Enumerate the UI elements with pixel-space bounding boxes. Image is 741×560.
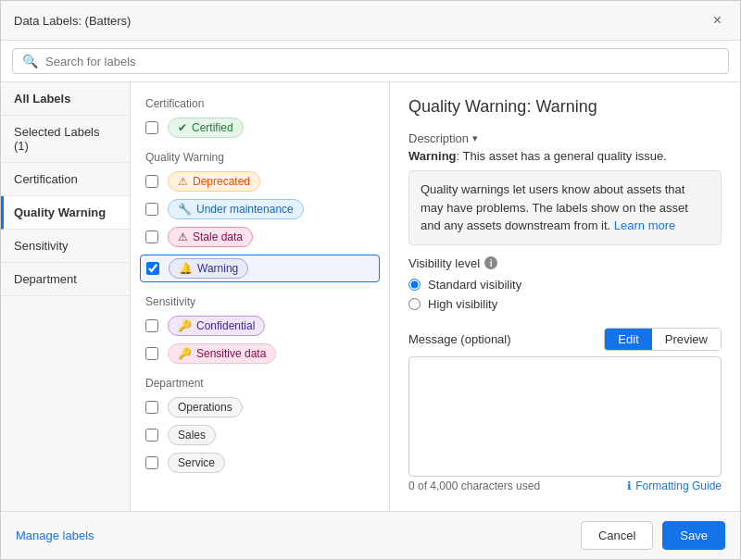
label-row-warning: 🔔 Warning xyxy=(140,255,380,282)
maintenance-icon: 🔧 xyxy=(178,203,192,216)
checkbox-confidential[interactable] xyxy=(145,319,158,332)
confidential-icon: 🔑 xyxy=(178,319,192,332)
radio-standard-visibility: Standard visibility xyxy=(408,278,722,292)
checkbox-sales[interactable] xyxy=(145,429,158,442)
edit-tab[interactable]: Edit xyxy=(605,329,651,350)
label-row-sales: Sales xyxy=(145,425,374,445)
footer-buttons: Cancel Save xyxy=(581,521,725,550)
label-row-confidential: 🔑 Confidential xyxy=(145,316,374,336)
label-row-under-maintenance: 🔧 Under maintenance xyxy=(145,199,374,219)
description-suffix: : This asset has a general quality issue… xyxy=(457,149,667,163)
description-text: Warning: This asset has a general qualit… xyxy=(408,149,722,163)
checkbox-warning[interactable] xyxy=(146,262,159,275)
maintenance-text: Under maintenance xyxy=(196,203,294,216)
label-list-panel: Certification ✔ Certified Quality Warnin… xyxy=(131,82,390,511)
formatting-guide-text: Formatting Guide xyxy=(635,479,722,492)
char-count: 0 of 4,000 characters used xyxy=(408,479,540,492)
sidebar-item-selected-labels[interactable]: Selected Labels (1) xyxy=(1,116,130,163)
sales-text: Sales xyxy=(178,429,206,442)
sidebar-item-quality-warning[interactable]: Quality Warning xyxy=(1,196,130,230)
search-icon: 🔍 xyxy=(22,54,38,68)
radio-high-visibility: High visibility xyxy=(408,297,722,311)
message-section: Message (optional) Edit Preview 0 of 4,0… xyxy=(408,328,722,492)
confidential-text: Confidential xyxy=(196,319,255,332)
badge-under-maintenance[interactable]: 🔧 Under maintenance xyxy=(168,199,304,219)
description-section: Description ▾ Warning: This asset has a … xyxy=(408,131,722,245)
checkbox-deprecated[interactable] xyxy=(145,175,158,188)
close-button[interactable]: × xyxy=(708,10,727,31)
visibility-section: Visibility level i Standard visibility H… xyxy=(408,256,722,317)
info-circle-icon: ℹ xyxy=(627,479,632,492)
checkbox-under-maintenance[interactable] xyxy=(145,203,158,216)
badge-warning[interactable]: 🔔 Warning xyxy=(169,258,248,279)
description-label: Description xyxy=(408,131,469,145)
label-row-deprecated: ⚠ Deprecated xyxy=(145,171,374,192)
visibility-title: Visibility level i xyxy=(408,256,722,270)
badge-stale-data[interactable]: ⚠ Stale data xyxy=(168,227,253,247)
label-row-sensitive-data: 🔑 Sensitive data xyxy=(145,343,374,364)
checkbox-stale-data[interactable] xyxy=(145,230,158,243)
dialog: Data Labels: (Batters) × 🔍 All Labels Se… xyxy=(0,0,741,560)
manage-labels-button[interactable]: Manage labels xyxy=(16,529,94,542)
group-title-department: Department xyxy=(145,377,374,390)
badge-deprecated[interactable]: ⚠ Deprecated xyxy=(168,171,260,192)
badge-sales[interactable]: Sales xyxy=(168,425,216,445)
sensitive-text: Sensitive data xyxy=(196,347,266,360)
search-input[interactable] xyxy=(45,55,719,68)
search-bar: 🔍 xyxy=(1,41,740,82)
warning-icon: 🔔 xyxy=(179,262,193,275)
sidebar-item-sensitivity[interactable]: Sensitivity xyxy=(1,230,130,263)
sidebar-item-department[interactable]: Department xyxy=(1,263,130,296)
dialog-footer: Manage labels Cancel Save xyxy=(1,511,740,559)
detail-panel: Quality Warning: Warning Description ▾ W… xyxy=(390,82,740,511)
cancel-button[interactable]: Cancel xyxy=(581,521,653,550)
save-button[interactable]: Save xyxy=(662,521,725,550)
radio-standard-input[interactable] xyxy=(408,279,421,291)
warning-text: Warning xyxy=(197,262,238,275)
learn-more-link[interactable]: Learn more xyxy=(614,218,675,232)
visibility-info-icon: i xyxy=(484,256,497,269)
badge-service[interactable]: Service xyxy=(168,453,225,473)
deprecated-icon: ⚠ xyxy=(178,175,188,188)
label-row-operations: Operations xyxy=(145,397,374,417)
operations-text: Operations xyxy=(178,401,232,414)
badge-sensitive-data[interactable]: 🔑 Sensitive data xyxy=(168,343,276,364)
group-title-certification: Certification xyxy=(145,97,374,110)
group-title-quality-warning: Quality Warning xyxy=(145,151,374,164)
radio-high-input[interactable] xyxy=(408,298,421,310)
chevron-down-icon: ▾ xyxy=(472,132,478,144)
dialog-header: Data Labels: (Batters) × xyxy=(1,1,740,41)
checkbox-service[interactable] xyxy=(145,456,158,469)
label-row-service: Service xyxy=(145,453,374,473)
stale-icon: ⚠ xyxy=(178,230,188,243)
edit-preview-tabs: Edit Preview xyxy=(604,328,722,351)
message-textarea[interactable] xyxy=(408,356,722,477)
certified-text: Certified xyxy=(192,121,233,134)
checkbox-certified[interactable] xyxy=(145,121,158,134)
sidebar: All Labels Selected Labels (1) Certifica… xyxy=(1,82,131,511)
dialog-title: Data Labels: (Batters) xyxy=(14,14,131,28)
label-row-certified: ✔ Certified xyxy=(145,118,374,138)
badge-operations[interactable]: Operations xyxy=(168,397,243,417)
sidebar-item-certification[interactable]: Certification xyxy=(1,163,130,196)
stale-text: Stale data xyxy=(193,230,243,243)
formatting-guide-link[interactable]: ℹ Formatting Guide xyxy=(627,479,722,492)
badge-certified[interactable]: ✔ Certified xyxy=(168,118,244,138)
search-input-wrap: 🔍 xyxy=(12,48,729,74)
label-row-stale-data: ⚠ Stale data xyxy=(145,227,374,247)
preview-tab[interactable]: Preview xyxy=(652,329,721,350)
checkbox-operations[interactable] xyxy=(145,401,158,414)
sensitive-icon: 🔑 xyxy=(178,347,192,360)
radio-high-label: High visibility xyxy=(428,297,497,311)
checkbox-sensitive-data[interactable] xyxy=(145,347,158,360)
info-box: Quality warnings let users know about as… xyxy=(408,170,722,245)
description-header[interactable]: Description ▾ xyxy=(408,131,722,145)
sidebar-item-all-labels[interactable]: All Labels xyxy=(1,82,130,116)
main-body: All Labels Selected Labels (1) Certifica… xyxy=(1,82,740,511)
description-warning-bold: Warning xyxy=(408,149,457,163)
deprecated-text: Deprecated xyxy=(193,175,250,188)
radio-standard-label: Standard visibility xyxy=(428,278,521,292)
badge-confidential[interactable]: 🔑 Confidential xyxy=(168,316,265,336)
visibility-label: Visibility level xyxy=(408,256,480,270)
message-header: Message (optional) Edit Preview xyxy=(408,328,722,351)
